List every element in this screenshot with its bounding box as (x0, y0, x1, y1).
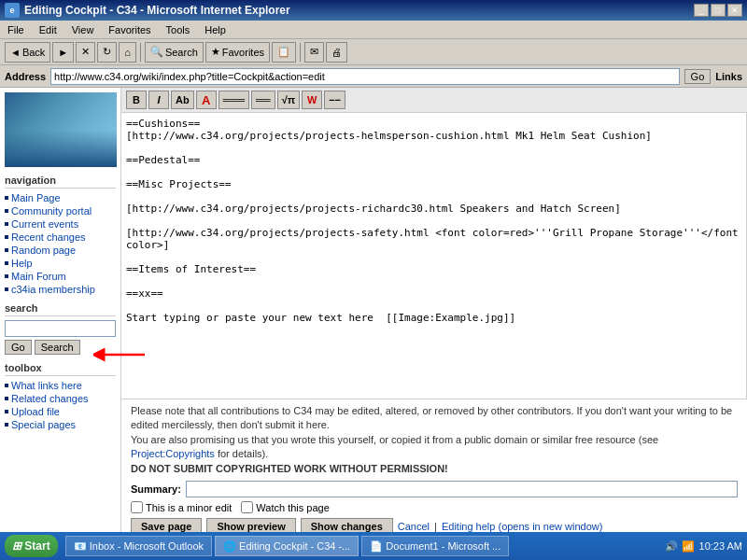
summary-input[interactable] (186, 481, 738, 497)
sidebar: navigation Main PageCommunity portalCurr… (0, 88, 121, 539)
taskbar-time: 10:23 AM (699, 540, 742, 552)
italic-button[interactable]: I (148, 91, 169, 109)
go-search-button[interactable]: Go (5, 340, 32, 355)
content-area: B I Ab A ═══ ══ √π W −− ==Cushions== [ht… (121, 88, 747, 539)
nav-item: Main Forum (5, 271, 116, 282)
dash-button[interactable]: −− (324, 91, 345, 109)
nav-bullet (5, 235, 8, 239)
nav-link-current-events[interactable]: Current events (11, 218, 78, 230)
search-button-sidebar[interactable]: Search (35, 340, 80, 355)
pipe-separator: | (434, 521, 437, 532)
editor-textarea[interactable]: ==Cushions== [http://www.c34.org/project… (121, 113, 747, 399)
stop-button[interactable]: ✕ (76, 42, 95, 63)
menu-help[interactable]: Help (202, 23, 229, 36)
home-button[interactable]: ⌂ (119, 42, 136, 63)
toolbox-item: Special pages (5, 419, 116, 430)
editing-help-link[interactable]: Editing help (opens in new window) (442, 521, 602, 532)
a-button[interactable]: A (196, 91, 217, 109)
hr-button[interactable]: ═══ (218, 91, 249, 109)
summary-row: Summary: (131, 481, 738, 497)
watch-label: Watch this page (256, 502, 329, 513)
minimize-button[interactable]: _ (694, 4, 709, 17)
address-input[interactable] (50, 68, 680, 85)
copyrights-link[interactable]: Project:Copyrights (131, 448, 215, 459)
links-label: Links (715, 71, 742, 82)
taskbar-icons: 🔊 📶 (665, 540, 694, 553)
taskbar-left: ⊞ Start 📧 Inbox - Microsoft Outlook 🌐 Ed… (5, 535, 509, 557)
search-button[interactable]: 🔍 Search (145, 42, 204, 63)
notice-line2: You are also promising us that you wrote… (131, 434, 658, 459)
back-button[interactable]: ◄ Back (5, 42, 50, 63)
toolbox-link-what-links-here[interactable]: What links here (11, 380, 82, 391)
close-button[interactable]: ✕ (727, 4, 742, 17)
window-controls[interactable]: _ □ ✕ (694, 4, 742, 17)
search-section-title: search (5, 302, 116, 316)
nav-link-main-forum[interactable]: Main Forum (11, 271, 66, 282)
menu-view[interactable]: View (69, 23, 97, 36)
toolbox-item: Related changes (5, 393, 116, 404)
ie-icon: e (5, 3, 20, 18)
toolbox-link-upload-file[interactable]: Upload file (11, 406, 60, 417)
address-bar: Address Go Links (0, 65, 747, 88)
cancel-link[interactable]: Cancel (398, 521, 430, 532)
nav-item: Main Page (5, 192, 116, 203)
nav-bullet (5, 196, 8, 200)
start-button[interactable]: ⊞ Start (5, 535, 58, 557)
checkbox-row: This is a minor edit Watch this page (131, 501, 738, 513)
nav-link-community-portal[interactable]: Community portal (11, 205, 92, 217)
address-label: Address (5, 71, 46, 82)
nav-link-recent-changes[interactable]: Recent changes (11, 231, 86, 243)
go-button[interactable]: Go (684, 69, 712, 84)
menu-favorites[interactable]: Favorites (106, 23, 153, 36)
minor-edit-label: This is a minor edit (146, 502, 232, 513)
notice-bold: DO NOT SUBMIT COPYRIGHTED WORK WITHOUT P… (131, 463, 448, 474)
toolbox-link-related-changes[interactable]: Related changes (11, 393, 89, 404)
menu-tools[interactable]: Tools (163, 23, 193, 36)
toolbox-bullet (5, 423, 8, 427)
ab-button[interactable]: Ab (171, 91, 194, 109)
forward-button[interactable]: ► (52, 42, 74, 63)
nav-section-title: navigation (5, 175, 116, 189)
minor-edit-checkbox[interactable] (131, 501, 143, 513)
summary-label: Summary: (131, 483, 181, 495)
toolbox-section-title: toolbox (5, 362, 116, 376)
refresh-button[interactable]: ↻ (97, 42, 117, 63)
toolbox-item: Upload file (5, 406, 116, 417)
main-layout: navigation Main PageCommunity portalCurr… (0, 88, 747, 539)
search-input[interactable] (5, 320, 116, 337)
nav-item: Help (5, 258, 116, 269)
math-button[interactable]: √π (277, 91, 300, 109)
watch-checkbox[interactable] (241, 501, 253, 513)
mail-button[interactable]: ✉ (304, 42, 324, 63)
taskbar-items: 📧 Inbox - Microsoft Outlook 🌐 Editing Co… (65, 536, 510, 556)
nav-bullet (5, 274, 8, 278)
nav-item: Recent changes (5, 231, 116, 243)
w-button[interactable]: W (302, 91, 322, 109)
browser-toolbar: ◄ Back ► ✕ ↻ ⌂ 🔍 Search ★ Favorites 📋 ✉ … (0, 39, 747, 65)
taskbar-outlook[interactable]: 📧 Inbox - Microsoft Outlook (65, 536, 212, 556)
bold-button[interactable]: B (126, 91, 147, 109)
menu-edit[interactable]: Edit (36, 23, 60, 36)
maximize-button[interactable]: □ (711, 4, 726, 17)
menu-file[interactable]: File (5, 23, 27, 36)
nav-link-random-page[interactable]: Random page (11, 245, 76, 256)
nav-link-main-page[interactable]: Main Page (11, 192, 61, 203)
below-editor: Please note that all contributions to C3… (121, 399, 747, 539)
nav-link-help[interactable]: Help (11, 258, 33, 269)
notice-text: Please note that all contributions to C3… (131, 404, 738, 476)
toolbox-items: What links hereRelated changesUpload fil… (5, 380, 116, 430)
nav-bullet (5, 287, 8, 291)
toolbox-link-special-pages[interactable]: Special pages (11, 419, 76, 430)
favorites-button[interactable]: ★ Favorites (205, 42, 270, 63)
nav-items: Main PageCommunity portalCurrent eventsR… (5, 192, 116, 295)
nav-bullet (5, 209, 8, 213)
history-button[interactable]: 📋 (272, 42, 296, 63)
taskbar-ie[interactable]: 🌐 Editing Cockpit - C34 -... (215, 536, 359, 556)
nav-item: Community portal (5, 205, 116, 217)
nav-link-c34ia-membership[interactable]: c34ia membership (11, 284, 95, 295)
taskbar-word[interactable]: 📄 Document1 - Microsoft ... (361, 536, 509, 556)
print-button[interactable]: 🖨 (326, 42, 347, 63)
nav-bullet (5, 261, 8, 265)
bullet-button[interactable]: ══ (251, 91, 275, 109)
toolbox-bullet (5, 410, 8, 413)
